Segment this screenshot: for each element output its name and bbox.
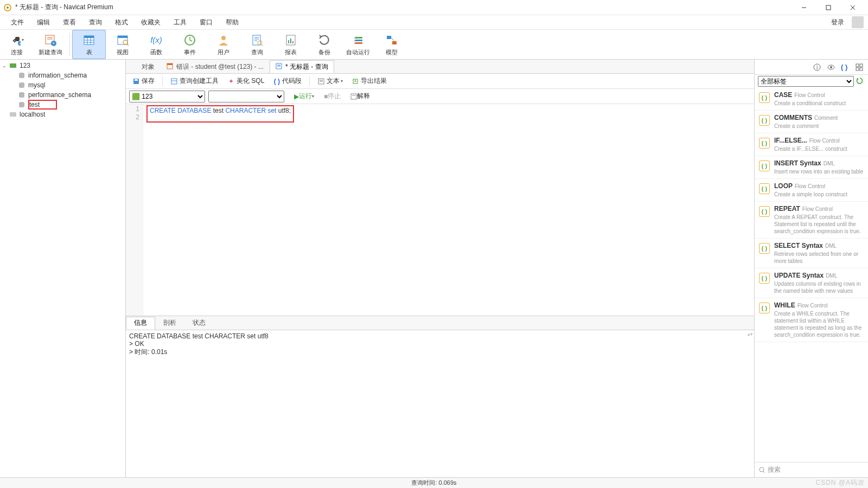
code-snippet-button[interactable]: ( )代码段 — [270, 75, 305, 87]
snippet-search[interactable]: 搜索 — [755, 462, 868, 477]
result-tab-2[interactable]: 状态 — [184, 317, 214, 330]
svg-rect-48 — [10, 63, 16, 68]
tab-1[interactable]: 错误 - student @test (123) - ... — [161, 60, 270, 73]
avatar[interactable] — [852, 16, 864, 28]
toolbar-label: 事件 — [184, 48, 196, 56]
snippet-3[interactable]: ( )INSERT SyntaxDMLInsert new rows into … — [755, 156, 868, 179]
svg-point-42 — [354, 36, 355, 38]
close-button[interactable] — [840, 0, 865, 15]
toolbar-report[interactable]: 报表 — [274, 30, 308, 59]
tree-db-information_schema[interactable]: information_schema — [0, 70, 125, 80]
editor-code[interactable]: CREATE DATABASE test CHARACTER set utf8; — [143, 104, 754, 316]
tab-2[interactable]: * 无标题 - 查询 — [270, 60, 334, 73]
center-area: 对象错误 - student @test (123) - ...* 无标题 - … — [126, 60, 754, 477]
snippet-7[interactable]: ( )UPDATE SyntaxDMLUpdates columns of ex… — [755, 268, 868, 298]
menu-2[interactable]: 查看 — [56, 16, 82, 29]
svg-point-43 — [354, 39, 355, 41]
highlighted-sql: CREATE DATABASE test CHARACTER set utf8; — [146, 105, 294, 123]
svg-rect-37 — [290, 38, 291, 43]
query-icon — [250, 33, 264, 47]
snippet-icon: ( ) — [759, 206, 770, 217]
toolbar-view[interactable]: 视图 — [106, 30, 139, 59]
menu-0[interactable]: 文件 — [4, 16, 30, 29]
beautify-sql-button[interactable]: ✦美化 SQL — [224, 75, 267, 87]
toolbar-backup[interactable]: 备份 — [308, 30, 341, 59]
toolbar-label: 模型 — [386, 48, 398, 56]
snippet-icon: ( ) — [759, 160, 770, 171]
login-link[interactable]: 登录 — [827, 16, 848, 29]
titlebar: * 无标题 - 查询 - Navicat Premium — [0, 0, 868, 15]
svg-line-23 — [127, 44, 129, 46]
snippet-6[interactable]: ( )SELECT SyntaxDMLRetrieve rows selecte… — [755, 239, 868, 268]
menu-4[interactable]: 格式 — [108, 16, 135, 29]
svg-line-78 — [763, 471, 765, 473]
menu-6[interactable]: 工具 — [167, 16, 193, 29]
watermark: CSDN @A码农 — [815, 478, 865, 487]
toolbar-clock[interactable]: 事件 — [173, 30, 207, 59]
grid-icon[interactable] — [855, 63, 864, 72]
svg-rect-60 — [135, 79, 138, 81]
toolbar-query[interactable]: 查询 — [240, 30, 274, 59]
toolbar-label: 表 — [86, 48, 92, 56]
svg-line-34 — [261, 44, 263, 46]
brackets-icon[interactable]: ( ) — [841, 63, 850, 72]
plug-icon: +▾ — [10, 33, 24, 47]
toolbar-model[interactable]: 模型 — [375, 30, 409, 59]
explain-button[interactable]: 解释 — [347, 91, 373, 102]
model-icon — [385, 33, 399, 47]
snippet-4[interactable]: ( )LOOPFlow ControlCreate a simple loop … — [755, 179, 868, 202]
menu-5[interactable]: 收藏夹 — [135, 16, 167, 29]
snippet-8[interactable]: ( )WHILEFlow ControlCreate a WHILE const… — [755, 298, 868, 342]
explain-label: 解释 — [357, 92, 370, 101]
report-icon — [284, 33, 298, 47]
toolbar-user[interactable]: 用户 — [207, 30, 240, 59]
tab-0[interactable]: 对象 — [126, 60, 161, 73]
svg-text:+: + — [19, 41, 21, 46]
toolbar-label: 自动运行 — [346, 48, 370, 56]
snippet-2[interactable]: ( )IF...ELSE...Flow ControlCreate a IF..… — [755, 133, 868, 156]
menu-1[interactable]: 编辑 — [30, 16, 56, 29]
beautify-label: 美化 SQL — [237, 76, 264, 86]
tree-db-mysql[interactable]: mysql — [0, 80, 125, 90]
tag-filter-select[interactable]: 全部标签 — [758, 76, 854, 87]
menu-3[interactable]: 查询 — [82, 16, 108, 29]
svg-rect-61 — [171, 79, 177, 84]
toolbar-fx[interactable]: f(x)函数 — [139, 30, 173, 59]
tree-conn-localhost[interactable]: localhost — [0, 110, 125, 119]
menu-7[interactable]: 窗口 — [193, 16, 219, 29]
toolbar-label: 报表 — [285, 48, 297, 56]
result-output[interactable]: CREATE DATABASE test CHARACTER set utf8 … — [126, 330, 754, 477]
snippet-0[interactable]: ( )CASEFlow ControlCreate a conditional … — [755, 88, 868, 111]
tab-label: 对象 — [142, 62, 155, 72]
connection-icon — [9, 111, 17, 118]
result-tab-1[interactable]: 剖析 — [155, 317, 184, 330]
stop-button[interactable]: ■ 停止 — [321, 91, 344, 102]
run-button[interactable]: ▶ 运行 ▾ — [291, 91, 317, 102]
toolbar-newquery[interactable]: +新建查询 — [34, 30, 67, 59]
tree-db-test[interactable]: test — [0, 100, 125, 110]
toolbar-table[interactable]: 表 — [72, 30, 106, 59]
snippet-icon: ( ) — [759, 243, 770, 254]
toolbar-auto[interactable]: 自动运行 — [341, 30, 375, 59]
result-tab-0[interactable]: 信息 — [126, 317, 155, 330]
tree-db-performance_schema[interactable]: performance_schema — [0, 90, 125, 100]
tree-conn-123[interactable]: ⌄123 — [0, 61, 125, 70]
menu-8[interactable]: 帮助 — [219, 16, 245, 29]
query-builder-label: 查询创建工具 — [180, 76, 219, 86]
export-result-button[interactable]: 导出结果 — [348, 75, 390, 87]
info-icon[interactable]: i — [813, 63, 821, 72]
refresh-icon[interactable] — [856, 77, 865, 86]
minimize-button[interactable] — [792, 0, 816, 15]
connection-select[interactable]: 🟩 123 — [129, 91, 205, 102]
snippet-5[interactable]: ( )REPEATFlow ControlCreate A REPEAT con… — [755, 202, 868, 239]
sql-editor[interactable]: 12 CREATE DATABASE test CHARACTER set ut… — [126, 104, 754, 316]
maximize-button[interactable] — [816, 0, 840, 15]
database-icon — [17, 81, 26, 89]
save-button[interactable]: 保存 — [129, 75, 158, 87]
eye-icon[interactable] — [827, 63, 835, 72]
database-select[interactable] — [208, 91, 284, 102]
text-button[interactable]: 文本 ▾ — [314, 75, 346, 87]
snippet-1[interactable]: ( )COMMENTSCommentCreate a comment — [755, 111, 868, 133]
query-builder-button[interactable]: 查询创建工具 — [167, 75, 222, 87]
toolbar-plug[interactable]: +▾连接 — [0, 30, 34, 59]
